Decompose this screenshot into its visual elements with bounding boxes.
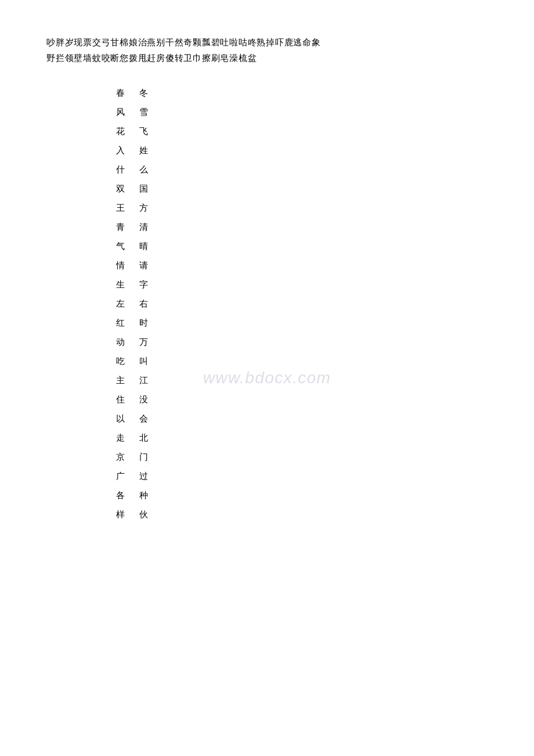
word-col1: 主 [116,371,128,390]
word-col1: 吃 [116,352,128,371]
word-col2: 会 [139,409,151,429]
word-col1: 样 [116,505,128,524]
word-col1: 风 [116,103,128,122]
word-row: 住没 [116,390,488,409]
word-col2: 江 [139,371,151,390]
word-col2: 时 [139,314,151,333]
word-col2: 北 [139,429,151,448]
word-row: 左右 [116,294,488,314]
word-row: 青清 [116,218,488,237]
word-col1: 春 [116,84,128,103]
word-col2: 么 [139,160,151,179]
word-row: 双国 [116,179,488,199]
word-col1: 入 [116,141,128,160]
word-col1: 花 [116,122,128,141]
word-col1: 生 [116,275,128,294]
word-pair-list: 春冬风雪花飞入姓什么双国王方青清气晴情请生字左右红时动万吃叫主江住没以会走北京门… [116,84,488,524]
word-col1: 广 [116,467,128,486]
word-row: 动万 [116,333,488,352]
word-row: 样伙 [116,505,488,524]
word-col2: 门 [139,448,151,467]
word-col2: 冬 [139,84,151,103]
word-col2: 伙 [139,505,151,524]
word-row: 花飞 [116,122,488,141]
word-row: 王方 [116,199,488,218]
word-row: 情请 [116,256,488,275]
word-col1: 青 [116,218,128,237]
word-col1: 双 [116,179,128,199]
word-col1: 住 [116,390,128,409]
word-col2: 万 [139,333,151,352]
word-row: 气晴 [116,237,488,256]
word-col2: 国 [139,179,151,199]
paragraph-line2: 野拦领壁墙蚊咬断您拨甩赶房傻转卫巾擦刷皂澡梳盆 [46,51,488,66]
word-col2: 晴 [139,237,151,256]
word-col1: 左 [116,294,128,314]
word-col1: 情 [116,256,128,275]
word-row: 各种 [116,486,488,505]
word-col1: 京 [116,448,128,467]
word-row: 风雪 [116,103,488,122]
word-col2: 请 [139,256,151,275]
word-col2: 过 [139,467,151,486]
document-content: 吵胖岁现票交弓甘棉娘治燕别干然奇颗瓢碧吐啦咕咚熟掉吓鹿逃命象 野拦领壁墙蚊咬断您… [46,35,488,524]
word-row: 什么 [116,160,488,179]
paragraph-block: 吵胖岁现票交弓甘棉娘治燕别干然奇颗瓢碧吐啦咕咚熟掉吓鹿逃命象 野拦领壁墙蚊咬断您… [46,35,488,66]
word-row: 吃叫 [116,352,488,371]
word-row: 红时 [116,314,488,333]
word-col1: 走 [116,429,128,448]
word-row: 生字 [116,275,488,294]
word-row: 入姓 [116,141,488,160]
word-row: 主江 [116,371,488,390]
word-col2: 姓 [139,141,151,160]
word-col2: 种 [139,486,151,505]
word-col1: 红 [116,314,128,333]
word-col2: 叫 [139,352,151,371]
word-col2: 雪 [139,103,151,122]
word-row: 春冬 [116,84,488,103]
word-row: 广过 [116,467,488,486]
word-col1: 各 [116,486,128,505]
word-col1: 什 [116,160,128,179]
paragraph-line1: 吵胖岁现票交弓甘棉娘治燕别干然奇颗瓢碧吐啦咕咚熟掉吓鹿逃命象 [46,35,488,51]
word-row: 走北 [116,429,488,448]
word-row: 京门 [116,448,488,467]
word-col2: 清 [139,218,151,237]
word-col2: 飞 [139,122,151,141]
word-col1: 以 [116,409,128,429]
word-col2: 右 [139,294,151,314]
word-col1: 动 [116,333,128,352]
word-col2: 方 [139,199,151,218]
word-col1: 气 [116,237,128,256]
word-col2: 字 [139,275,151,294]
word-col2: 没 [139,390,151,409]
word-col1: 王 [116,199,128,218]
word-row: 以会 [116,409,488,429]
